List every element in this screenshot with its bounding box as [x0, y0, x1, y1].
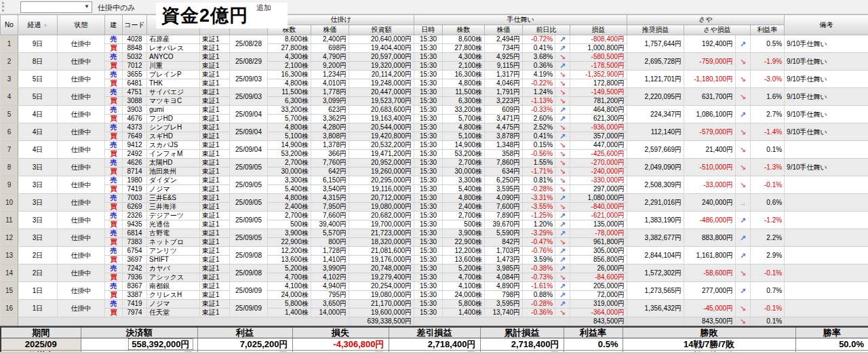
- close-time: 15:30: [414, 115, 443, 123]
- entry-price: 3,099円: [311, 97, 349, 106]
- col-side[interactable]: 建: [105, 15, 123, 35]
- col-rec-pl[interactable]: 推奨損益: [627, 25, 684, 35]
- entry-amount: 20,114,200円: [349, 71, 414, 79]
- col-entry-price[interactable]: 株価: [311, 25, 349, 35]
- position-row[interactable]: 74日仕掛中売9412スカパJS東証125/09/0414,900株1,378円…: [1, 141, 868, 150]
- entry-qty: 6,300株: [268, 97, 311, 106]
- col-pl[interactable]: 損益: [570, 25, 627, 35]
- position-row[interactable]: 93日仕掛中売1980ダイダン東証125/09/053,300株6,150円20…: [1, 176, 868, 185]
- entry-qty: 2,400株: [268, 203, 311, 212]
- col-close-price[interactable]: 株価: [485, 25, 523, 35]
- trend-down-icon: ↘: [736, 264, 751, 282]
- position-row[interactable]: 142日仕掛中売7242カヤバ東証125/09/085,200株3,990円20…: [1, 264, 868, 273]
- total-entry-amount: 639,338,500円: [349, 317, 414, 326]
- position-row[interactable]: 103日仕掛中売7003三井E&S東証125/09/054,800株4,315円…: [1, 194, 868, 203]
- trend-up-icon: ↗: [555, 132, 570, 141]
- position-row[interactable]: 113日仕掛中売2326デジアーツ東証125/09/052,700株7,660円…: [1, 212, 868, 220]
- close-qty: 5,400株: [443, 185, 485, 194]
- position-row[interactable]: 123日仕掛中売6814古野電東証125/09/053,900株5,570円21…: [1, 229, 868, 238]
- trend-down-icon: ↘: [555, 88, 570, 97]
- add-button[interactable]: 追加: [256, 3, 271, 13]
- col-status[interactable]: 状態: [58, 15, 105, 35]
- recommended-pl: 1,356,432円: [627, 300, 684, 317]
- summary-settlement[interactable]: 558,392,000円: [81, 338, 197, 351]
- entry-amount: 19,163,400円: [349, 115, 414, 123]
- col-elapsed[interactable]: 経過▼: [18, 15, 58, 35]
- leg-pl: 1,080,000円: [570, 194, 627, 203]
- status: 仕掛中: [58, 159, 105, 176]
- market: 東証1: [200, 273, 230, 282]
- filter-mode-label[interactable]: 仕掛中のみ: [98, 3, 136, 13]
- market: 東証1: [200, 115, 230, 123]
- close-time: 15:30: [414, 141, 443, 150]
- sell-flag: 売: [105, 106, 123, 115]
- trend-down-icon: ↘: [555, 97, 570, 106]
- stock-code: 7419: [123, 300, 147, 309]
- summary-col-net-pl: 差引損益: [389, 327, 480, 338]
- summary-col-profit-rate: 利益率: [564, 327, 623, 338]
- entry-price: 4,315円: [311, 194, 349, 203]
- position-row[interactable]: 19日仕掛中売4028石原産東証125/08/288,600株2,400円20,…: [1, 35, 868, 44]
- entry-date: 25/09/04: [230, 106, 268, 123]
- group-close: 手仕舞い: [414, 15, 627, 25]
- position-row[interactable]: 28日仕掛中売5032ANYCO東証125/08/294,300株4,790円2…: [1, 53, 868, 62]
- position-row[interactable]: 161日仕掛中売7419ノジマ東証125/09/095,800株3,650円21…: [1, 300, 868, 309]
- entry-price: 4,102円: [311, 273, 349, 282]
- preset-dropdown[interactable]: ▼: [20, 1, 92, 13]
- leg-pl: -621,000円: [570, 212, 627, 220]
- spacer: [414, 317, 570, 326]
- market: 東証1: [200, 141, 230, 150]
- stock-code: 7649: [123, 132, 147, 141]
- col-close-qty[interactable]: 株数: [443, 25, 485, 35]
- entry-amount: 20,712,000円: [349, 194, 414, 203]
- position-row[interactable]: 64日仕掛中売4373シンプレH東証125/09/044,800株4,280円2…: [1, 123, 868, 132]
- col-elapsed-label: 経過: [28, 21, 41, 28]
- close-time: 15:30: [414, 247, 443, 256]
- col-saya-pl[interactable]: さや損益: [684, 25, 751, 35]
- recommended-pl: 2,695,728円: [627, 53, 684, 71]
- close-price: 842円: [485, 238, 523, 247]
- drag-grip-icon[interactable]: [2, 2, 5, 12]
- row-number: 16: [1, 300, 18, 317]
- col-prev-diff[interactable]: 前日比: [523, 25, 570, 35]
- col-remark[interactable]: 備考: [785, 15, 868, 35]
- stock-name: 任天堂: [147, 309, 200, 317]
- col-no[interactable]: No: [1, 15, 18, 35]
- elapsed-days: 2日: [18, 247, 58, 264]
- saya-pl: 277,000円: [684, 282, 736, 300]
- position-row[interactable]: 151日仕掛中売8367南都銀東証125/09/094,100株4,940円20…: [1, 282, 868, 291]
- buy-flag: 買: [105, 185, 123, 194]
- position-row[interactable]: 35日仕掛中売3655ブレインP東証125/09/0316,300株1,234円…: [1, 71, 868, 79]
- saya-pl: -759,000円: [684, 53, 736, 71]
- col-profit-rate[interactable]: 利益率: [751, 25, 785, 35]
- entry-price: 698円: [311, 44, 349, 53]
- leg-pl: -330,000円: [570, 176, 627, 185]
- close-price: 13,740円: [485, 309, 523, 317]
- position-row[interactable]: 45日仕掛中売4751サイバエジ東証125/09/0311,500株1,778円…: [1, 88, 868, 97]
- leg-pl: -178,500円: [570, 62, 627, 71]
- trend-down-icon: ↘: [555, 159, 570, 168]
- close-qty: 12,200株: [443, 247, 485, 256]
- saya-pl: -510,000円: [684, 159, 736, 176]
- prev-day-change: 0.15%: [523, 141, 555, 150]
- entry-price: 800円: [311, 238, 349, 247]
- elapsed-days: 5日: [18, 71, 58, 88]
- close-time: 15:30: [414, 62, 443, 71]
- col-close-time[interactable]: 日時: [414, 25, 443, 35]
- position-row[interactable]: 54日仕掛中売3903gumi東証125/09/0433,200株623円20,…: [1, 106, 868, 115]
- entry-qty: 53,200株: [268, 150, 311, 159]
- summary-profit-rate: 0.5%: [564, 338, 623, 351]
- position-row[interactable]: 83日仕掛中売4626太陽HD東証125/09/052,700株7,760円20…: [1, 159, 868, 168]
- prev-day-change: -0.33%: [523, 106, 555, 115]
- close-time: 15:30: [414, 256, 443, 264]
- row-number: 6: [1, 123, 18, 141]
- position-row[interactable]: 132日仕掛中売6754アンリツ東証125/09/0812,200株1,728円…: [1, 247, 868, 256]
- entry-date: 25/09/08: [230, 264, 268, 282]
- col-entry-amount[interactable]: 投資額: [349, 25, 414, 35]
- entry-amount: 19,404,400円: [349, 44, 414, 53]
- entry-date: 25/09/05: [230, 212, 268, 229]
- status: 仕掛中: [58, 194, 105, 212]
- col-code[interactable]: コード: [123, 15, 147, 35]
- totals-row: 639,338,500円843,500円843,500円↘0.1%: [1, 317, 868, 326]
- market: 東証1: [200, 220, 230, 229]
